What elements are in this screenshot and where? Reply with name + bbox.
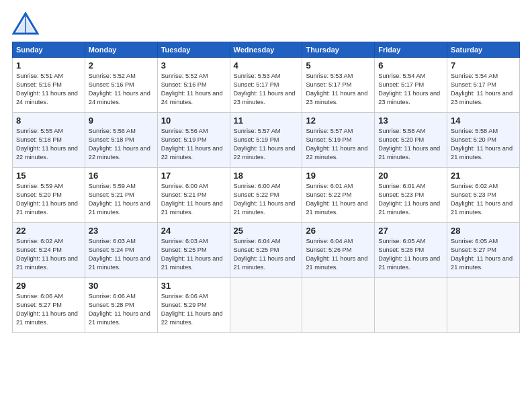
calendar-day-cell: 4Sunrise: 5:53 AM Sunset: 5:17 PM Daylig… (230, 58, 302, 113)
calendar-day-cell: 7Sunrise: 5:54 AM Sunset: 5:17 PM Daylig… (447, 58, 520, 113)
calendar-day-cell (375, 278, 447, 333)
day-number: 14 (451, 116, 516, 126)
day-info: Sunrise: 6:03 AM Sunset: 5:25 PM Dayligh… (161, 237, 226, 272)
calendar-header-wednesday: Wednesday (230, 42, 302, 58)
calendar-header-thursday: Thursday (302, 42, 375, 58)
day-info: Sunrise: 5:58 AM Sunset: 5:20 PM Dayligh… (378, 127, 443, 162)
calendar-day-cell: 19Sunrise: 6:01 AM Sunset: 5:22 PM Dayli… (302, 168, 375, 223)
header (12, 12, 520, 36)
calendar-day-cell: 2Sunrise: 5:52 AM Sunset: 5:16 PM Daylig… (85, 58, 157, 113)
calendar-header-sunday: Sunday (13, 42, 85, 58)
calendar-day-cell: 1Sunrise: 5:51 AM Sunset: 5:16 PM Daylig… (13, 58, 85, 113)
day-number: 3 (161, 60, 226, 71)
day-number: 4 (234, 60, 299, 71)
day-info: Sunrise: 5:51 AM Sunset: 5:16 PM Dayligh… (16, 72, 81, 107)
day-number: 20 (378, 171, 443, 181)
calendar-day-cell: 30Sunrise: 6:06 AM Sunset: 5:28 PM Dayli… (85, 278, 157, 333)
calendar-day-cell: 11Sunrise: 5:57 AM Sunset: 5:19 PM Dayli… (230, 113, 302, 168)
page: SundayMondayTuesdayWednesdayThursdayFrid… (0, 0, 532, 411)
logo-icon (12, 12, 39, 36)
day-number: 22 (16, 226, 81, 236)
day-info: Sunrise: 5:57 AM Sunset: 5:19 PM Dayligh… (234, 127, 299, 162)
calendar-day-cell: 23Sunrise: 6:03 AM Sunset: 5:24 PM Dayli… (85, 223, 157, 278)
logo (12, 12, 42, 36)
calendar-header-monday: Monday (85, 42, 157, 58)
day-info: Sunrise: 6:04 AM Sunset: 5:25 PM Dayligh… (234, 237, 299, 272)
calendar-day-cell (447, 278, 520, 333)
calendar-week-row: 8Sunrise: 5:55 AM Sunset: 5:18 PM Daylig… (13, 113, 520, 168)
calendar-day-cell: 12Sunrise: 5:57 AM Sunset: 5:19 PM Dayli… (302, 113, 375, 168)
day-number: 6 (378, 60, 443, 71)
day-number: 11 (234, 116, 299, 126)
calendar-day-cell: 16Sunrise: 5:59 AM Sunset: 5:21 PM Dayli… (85, 168, 157, 223)
day-info: Sunrise: 6:06 AM Sunset: 5:29 PM Dayligh… (161, 292, 226, 327)
calendar-week-row: 15Sunrise: 5:59 AM Sunset: 5:20 PM Dayli… (13, 168, 520, 223)
calendar-day-cell: 29Sunrise: 6:06 AM Sunset: 5:27 PM Dayli… (13, 278, 85, 333)
calendar-day-cell: 20Sunrise: 6:01 AM Sunset: 5:23 PM Dayli… (375, 168, 447, 223)
calendar-day-cell: 18Sunrise: 6:00 AM Sunset: 5:22 PM Dayli… (230, 168, 302, 223)
day-number: 9 (89, 116, 154, 126)
day-number: 26 (306, 226, 371, 236)
calendar-day-cell: 22Sunrise: 6:02 AM Sunset: 5:24 PM Dayli… (13, 223, 85, 278)
day-number: 21 (451, 171, 516, 181)
day-number: 16 (89, 171, 154, 181)
calendar-day-cell: 27Sunrise: 6:05 AM Sunset: 5:26 PM Dayli… (375, 223, 447, 278)
day-number: 28 (451, 226, 516, 236)
day-number: 5 (306, 60, 371, 71)
day-number: 30 (89, 281, 154, 291)
calendar-day-cell: 21Sunrise: 6:02 AM Sunset: 5:23 PM Dayli… (447, 168, 520, 223)
calendar-header-row: SundayMondayTuesdayWednesdayThursdayFrid… (13, 42, 520, 58)
day-number: 25 (234, 226, 299, 236)
calendar-day-cell (230, 278, 302, 333)
calendar-table: SundayMondayTuesdayWednesdayThursdayFrid… (12, 42, 520, 333)
calendar-day-cell: 9Sunrise: 5:56 AM Sunset: 5:18 PM Daylig… (85, 113, 157, 168)
day-number: 24 (161, 226, 226, 236)
day-info: Sunrise: 6:02 AM Sunset: 5:24 PM Dayligh… (16, 237, 81, 272)
day-info: Sunrise: 5:52 AM Sunset: 5:16 PM Dayligh… (89, 72, 154, 107)
calendar-day-cell: 13Sunrise: 5:58 AM Sunset: 5:20 PM Dayli… (375, 113, 447, 168)
day-info: Sunrise: 6:02 AM Sunset: 5:23 PM Dayligh… (451, 182, 516, 217)
day-info: Sunrise: 5:57 AM Sunset: 5:19 PM Dayligh… (306, 127, 371, 162)
day-info: Sunrise: 5:59 AM Sunset: 5:21 PM Dayligh… (89, 182, 154, 217)
day-info: Sunrise: 6:00 AM Sunset: 5:22 PM Dayligh… (234, 182, 299, 217)
day-number: 29 (16, 281, 81, 291)
calendar-day-cell (302, 278, 375, 333)
day-number: 10 (161, 116, 226, 126)
day-number: 15 (16, 171, 81, 181)
day-number: 12 (306, 116, 371, 126)
calendar-day-cell: 3Sunrise: 5:52 AM Sunset: 5:16 PM Daylig… (157, 58, 230, 113)
day-info: Sunrise: 6:05 AM Sunset: 5:27 PM Dayligh… (451, 237, 516, 272)
day-info: Sunrise: 5:55 AM Sunset: 5:18 PM Dayligh… (16, 127, 81, 162)
day-number: 7 (451, 60, 516, 71)
day-info: Sunrise: 5:59 AM Sunset: 5:20 PM Dayligh… (16, 182, 81, 217)
calendar-header-friday: Friday (375, 42, 447, 58)
day-info: Sunrise: 6:04 AM Sunset: 5:26 PM Dayligh… (306, 237, 371, 272)
calendar-week-row: 29Sunrise: 6:06 AM Sunset: 5:27 PM Dayli… (13, 278, 520, 333)
day-info: Sunrise: 6:06 AM Sunset: 5:28 PM Dayligh… (89, 292, 154, 327)
calendar-day-cell: 28Sunrise: 6:05 AM Sunset: 5:27 PM Dayli… (447, 223, 520, 278)
day-number: 1 (16, 60, 81, 71)
calendar-day-cell: 31Sunrise: 6:06 AM Sunset: 5:29 PM Dayli… (157, 278, 230, 333)
day-number: 13 (378, 116, 443, 126)
calendar-week-row: 22Sunrise: 6:02 AM Sunset: 5:24 PM Dayli… (13, 223, 520, 278)
calendar-day-cell: 15Sunrise: 5:59 AM Sunset: 5:20 PM Dayli… (13, 168, 85, 223)
day-info: Sunrise: 5:56 AM Sunset: 5:19 PM Dayligh… (161, 127, 226, 162)
calendar-day-cell: 10Sunrise: 5:56 AM Sunset: 5:19 PM Dayli… (157, 113, 230, 168)
calendar-day-cell: 5Sunrise: 5:53 AM Sunset: 5:17 PM Daylig… (302, 58, 375, 113)
calendar-day-cell: 26Sunrise: 6:04 AM Sunset: 5:26 PM Dayli… (302, 223, 375, 278)
calendar-header-tuesday: Tuesday (157, 42, 230, 58)
day-info: Sunrise: 6:01 AM Sunset: 5:23 PM Dayligh… (378, 182, 443, 217)
day-info: Sunrise: 5:54 AM Sunset: 5:17 PM Dayligh… (451, 72, 516, 107)
day-number: 27 (378, 226, 443, 236)
day-info: Sunrise: 6:03 AM Sunset: 5:24 PM Dayligh… (89, 237, 154, 272)
calendar-day-cell: 14Sunrise: 5:58 AM Sunset: 5:20 PM Dayli… (447, 113, 520, 168)
day-info: Sunrise: 6:01 AM Sunset: 5:22 PM Dayligh… (306, 182, 371, 217)
day-number: 19 (306, 171, 371, 181)
day-info: Sunrise: 6:06 AM Sunset: 5:27 PM Dayligh… (16, 292, 81, 327)
day-info: Sunrise: 6:00 AM Sunset: 5:21 PM Dayligh… (161, 182, 226, 217)
day-info: Sunrise: 5:53 AM Sunset: 5:17 PM Dayligh… (234, 72, 299, 107)
calendar-day-cell: 25Sunrise: 6:04 AM Sunset: 5:25 PM Dayli… (230, 223, 302, 278)
day-info: Sunrise: 5:52 AM Sunset: 5:16 PM Dayligh… (161, 72, 226, 107)
calendar-day-cell: 6Sunrise: 5:54 AM Sunset: 5:17 PM Daylig… (375, 58, 447, 113)
day-number: 31 (161, 281, 226, 291)
